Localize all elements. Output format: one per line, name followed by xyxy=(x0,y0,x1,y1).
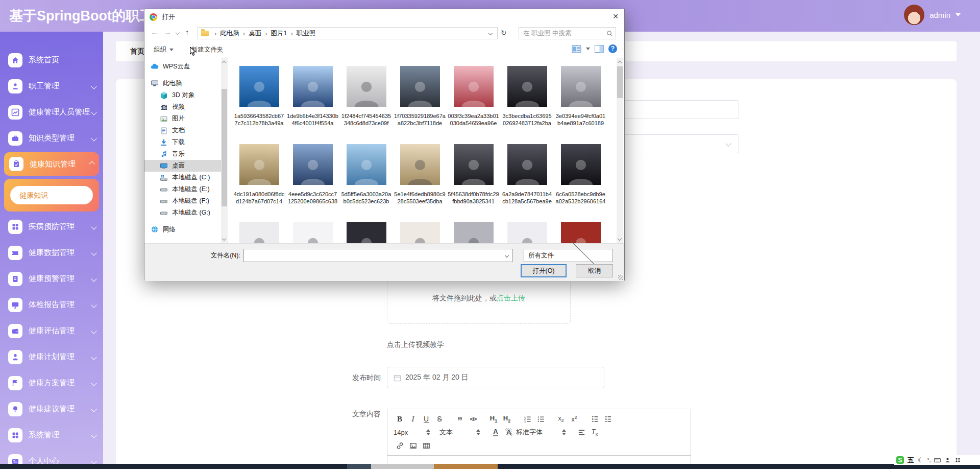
sidebar-item[interactable]: 健康数据管理 xyxy=(0,240,103,266)
scroll-thumb[interactable] xyxy=(222,89,227,206)
path-segment[interactable]: 此电脑 xyxy=(219,29,240,38)
header2-icon[interactable]: H2 xyxy=(501,413,513,425)
file-item[interactable] xyxy=(500,222,554,243)
keyboard-icon[interactable] xyxy=(934,457,941,463)
file-item[interactable]: 5f45638df0b78fdc29fbbd90a3825341 xyxy=(447,144,500,205)
publish-date-input[interactable]: 2025 年 02 月 20 日 xyxy=(387,367,604,388)
sidebar-item[interactable]: 疾病预防管理 xyxy=(0,214,103,240)
file-item[interactable] xyxy=(447,222,500,243)
tree-item[interactable]: 图片 xyxy=(144,113,221,125)
close-icon[interactable]: ✕ xyxy=(607,9,624,24)
file-item[interactable]: 1f2484cf745454635348c6d8d73ce09f xyxy=(339,66,393,127)
resize-grip[interactable] xyxy=(618,275,623,280)
dialog-titlebar[interactable]: 打开 ✕ xyxy=(144,9,624,25)
editor-font-select[interactable]: 标准字体 xyxy=(516,428,566,437)
clear-format-icon[interactable]: Tx xyxy=(589,427,601,438)
highlight-icon[interactable]: A xyxy=(503,427,515,438)
blockquote-icon[interactable]: ” xyxy=(454,413,466,425)
subscript-icon[interactable]: x2 xyxy=(555,413,567,425)
tree-item[interactable]: 本地磁盘 (F:) xyxy=(144,195,221,207)
view-chevron-icon[interactable] xyxy=(586,48,590,50)
file-item[interactable]: 4eee5d9c3c620cc7125200e09865c638 xyxy=(286,144,339,205)
file-item[interactable] xyxy=(393,222,447,243)
outdent-icon[interactable] xyxy=(589,413,601,425)
image-icon[interactable] xyxy=(407,440,419,451)
file-item[interactable]: 5d5ff5e6a3003a20ab0c5dc523ec623b xyxy=(339,144,393,205)
sidebar-item[interactable]: 健康管理人员管理 xyxy=(0,99,103,125)
sidebar-item[interactable]: 职工管理 xyxy=(0,73,103,99)
tree-item[interactable]: 此电脑 xyxy=(144,77,221,89)
file-item[interactable]: 3e0394ee94fcf0a01b4ae891a7c60189 xyxy=(554,66,607,127)
tree-item[interactable]: 音乐 xyxy=(144,148,221,160)
file-item[interactable] xyxy=(286,222,339,243)
superscript-icon[interactable]: x2 xyxy=(568,413,580,425)
scroll-down-icon[interactable] xyxy=(222,237,226,241)
moon-icon[interactable]: ☾ xyxy=(918,457,924,463)
strike-icon[interactable]: S xyxy=(433,413,446,425)
file-item[interactable]: 3c3becdba1c6369502692483712fa2ba xyxy=(500,66,554,127)
file-item[interactable]: 5e1e4f6dedb8980c928c5503eef35dba xyxy=(393,144,447,205)
filename-input[interactable] xyxy=(244,251,505,260)
forward-button[interactable]: → xyxy=(164,28,172,36)
file-item[interactable]: 6a2a9de7847011b4cb128a5c567bea9e xyxy=(500,144,554,205)
tree-item[interactable]: 文档 xyxy=(144,125,221,136)
breadcrumb[interactable]: 首页 xyxy=(130,41,144,61)
tree-item[interactable]: WPS云盘 xyxy=(144,60,221,73)
file-item[interactable]: 003f3c39ea2a33b01030da54659ea96e xyxy=(447,66,500,127)
sidebar-item[interactable]: 健康建议管理 xyxy=(0,396,103,422)
history-chevron-icon[interactable] xyxy=(176,31,180,35)
tree-item[interactable]: 本地磁盘 (G:) xyxy=(144,207,221,219)
sidebar-item[interactable]: 健康方案管理 xyxy=(0,370,103,396)
sidebar-item[interactable]: 健康预警管理 xyxy=(0,266,103,292)
avatar[interactable] xyxy=(904,5,924,25)
search-icon[interactable] xyxy=(606,30,613,37)
bold-icon[interactable]: B xyxy=(394,413,406,425)
ime-mode[interactable]: 五 xyxy=(908,456,914,465)
tree-item[interactable]: 网络 xyxy=(144,223,221,236)
tree-item[interactable]: 本地磁盘 (E:) xyxy=(144,183,221,195)
organize-button[interactable]: 组织 xyxy=(154,45,174,54)
upload-link[interactable]: 点击上传 xyxy=(497,294,525,303)
scroll-thumb[interactable] xyxy=(617,66,623,98)
sogou-logo-icon[interactable]: S xyxy=(896,456,904,464)
file-item[interactable] xyxy=(554,222,607,243)
ordered-list-icon[interactable]: 123 xyxy=(521,413,533,425)
tree-item[interactable]: 3D 对象 xyxy=(144,89,221,101)
scroll-up-icon[interactable] xyxy=(618,61,622,65)
file-item[interactable] xyxy=(232,222,286,243)
file-item[interactable] xyxy=(339,222,393,243)
cancel-button[interactable]: 取消 xyxy=(576,264,613,277)
bullet-list-icon[interactable] xyxy=(534,413,547,425)
editor-size-select[interactable]: 14px xyxy=(394,429,430,436)
scroll-up-icon[interactable] xyxy=(222,61,226,65)
files-scrollbar[interactable] xyxy=(617,58,623,243)
sidebar-item[interactable]: 健康计划管理 xyxy=(0,344,103,370)
text-color-icon[interactable]: A xyxy=(489,427,502,438)
scroll-down-icon[interactable] xyxy=(618,237,622,241)
file-item[interactable]: 1de9b6b4e3f14330b4f6c4001f4f554a xyxy=(286,66,339,127)
preview-pane-icon[interactable] xyxy=(595,45,604,53)
video-icon[interactable] xyxy=(420,440,432,451)
indent-icon[interactable] xyxy=(602,413,614,425)
italic-icon[interactable]: I xyxy=(407,413,419,425)
sidebar-item[interactable]: 知识类型管理 xyxy=(0,125,103,151)
up-button[interactable]: ↑ xyxy=(185,28,189,36)
ime-toolbar[interactable]: S 五 ☾ °, xyxy=(894,455,980,465)
underline-icon[interactable]: U xyxy=(420,413,432,425)
user-icon[interactable] xyxy=(944,457,951,463)
file-item[interactable]: 6c6a0528ebc9db9ea02a532b29606164 xyxy=(554,144,607,205)
sidebar-item[interactable]: 体检报告管理 xyxy=(0,292,103,318)
view-mode-icon[interactable] xyxy=(572,45,581,53)
link-icon[interactable] xyxy=(394,440,406,451)
align-icon[interactable] xyxy=(575,427,587,438)
sidebar-subitem[interactable]: 健康知识 xyxy=(10,186,93,204)
sidebar-item[interactable]: 系统管理 xyxy=(0,422,103,448)
file-item[interactable]: 1a5936643582cb677c7c112b78b3a49a xyxy=(232,66,286,127)
code-block-icon[interactable]: </> xyxy=(467,413,479,425)
tree-item[interactable]: 视频 xyxy=(144,101,221,113)
back-button[interactable]: ← xyxy=(151,28,158,36)
editor-style-select[interactable]: 文本 xyxy=(439,428,480,437)
open-button[interactable]: 打开(O) xyxy=(521,264,567,277)
tree-item[interactable]: 本地磁盘 (C:) xyxy=(144,172,221,183)
sidebar-item[interactable]: 健康评估管理 xyxy=(0,318,103,344)
